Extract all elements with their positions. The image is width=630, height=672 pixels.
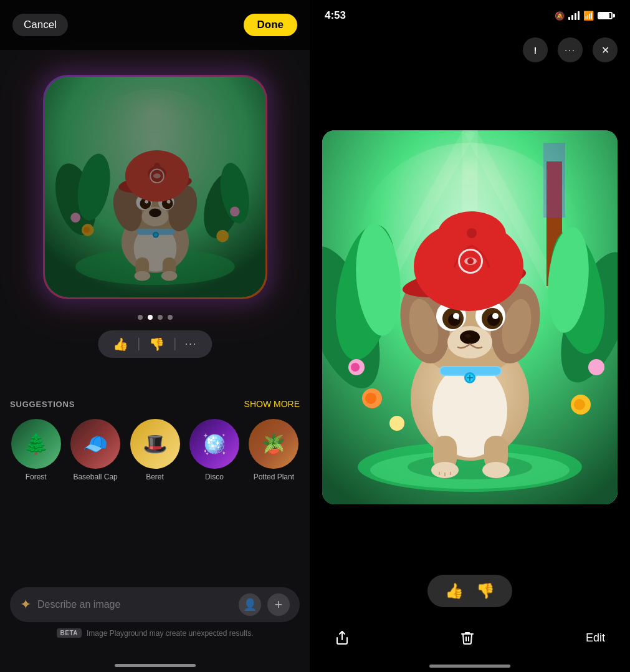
top-action-bar: ! ··· ✕ [310, 31, 630, 69]
svg-point-11 [70, 213, 80, 223]
svg-point-86 [492, 313, 499, 319]
thumbs-down-button-left[interactable]: 👎 [149, 337, 165, 352]
svg-point-87 [457, 317, 459, 320]
battery [598, 12, 615, 19]
edit-button[interactable]: Edit [586, 631, 605, 645]
potted-plant-icon: 🪴 [261, 432, 286, 456]
suggestions-row: 🌲 Forest 🧢 Baseball Cap 🎩 Beret [10, 419, 300, 481]
svg-point-17 [161, 271, 177, 281]
left-image-container [43, 75, 267, 299]
svg-point-59 [389, 416, 404, 431]
svg-point-53 [365, 393, 376, 404]
svg-point-31 [154, 233, 158, 237]
person-button[interactable]: 👤 [239, 593, 261, 616]
svg-rect-45 [543, 143, 565, 218]
battery-body [598, 12, 613, 19]
svg-point-9 [216, 230, 229, 242]
close-icon: ✕ [601, 44, 609, 56]
report-icon: ! [534, 45, 537, 55]
svg-point-55 [351, 363, 360, 372]
home-indicator-left [115, 664, 196, 667]
delete-button[interactable] [460, 630, 475, 645]
suggestion-beret[interactable]: 🎩 Beret [129, 419, 181, 481]
divider-2 [174, 338, 175, 350]
thumbs-up-button-right[interactable]: 👍 [445, 582, 464, 600]
done-button[interactable]: Done [244, 14, 298, 36]
svg-point-26 [166, 200, 170, 204]
pagination-dots [138, 315, 173, 320]
signal-bar-1 [568, 17, 570, 20]
describe-icon: ✦ [20, 597, 31, 613]
plus-icon: + [275, 597, 283, 613]
thumbs-down-button-right[interactable]: 👎 [476, 582, 495, 600]
disco-circle: 🪩 [189, 419, 239, 469]
beret-icon: 🎩 [143, 432, 168, 456]
bottom-toolbar: Edit [310, 616, 630, 660]
right-panel: 4:53 🔕 📶 ! [310, 0, 630, 672]
baseball-cap-circle: 🧢 [70, 419, 120, 469]
beret-label: Beret [146, 473, 164, 481]
dot-1[interactable] [138, 315, 143, 320]
share-icon [335, 630, 350, 645]
svg-point-57 [574, 399, 585, 410]
dot-4[interactable] [168, 315, 173, 320]
more-options-button-right[interactable]: ··· [558, 37, 583, 62]
thumbs-up-icon-right: 👍 [445, 582, 464, 600]
wifi-icon: 📶 [583, 11, 594, 21]
battery-fill [599, 13, 609, 18]
thumbs-up-icon-left: 👍 [113, 337, 128, 352]
baseball-cap-icon: 🧢 [83, 432, 108, 456]
generated-image-left[interactable] [45, 77, 265, 297]
beta-bar: BETA Image Playground may create unexpec… [0, 628, 310, 638]
suggestions-header: SUGGESTIONS SHOW MORE [10, 399, 300, 409]
suggestion-potted-plant[interactable]: 🪴 Potted Plant [248, 419, 300, 481]
reaction-bar-right: 👍 👎 [427, 575, 512, 607]
signal-bar-3 [575, 13, 576, 20]
potted-plant-label: Potted Plant [254, 473, 294, 481]
status-bar: 4:53 🔕 📶 [310, 0, 630, 31]
svg-point-10 [229, 206, 239, 216]
beta-text: Image Playground may create unexpected r… [87, 629, 253, 638]
svg-point-98 [467, 228, 477, 238]
describe-input[interactable] [37, 599, 232, 610]
signal-bar-4 [578, 11, 580, 20]
beta-badge: BETA [57, 628, 82, 638]
dot-3[interactable] [158, 315, 163, 320]
dot-2[interactable] [148, 315, 153, 320]
image-glow [43, 75, 267, 299]
home-indicator-bar [429, 665, 510, 668]
reaction-bar-left: 👍 👎 ··· [98, 330, 212, 358]
svg-point-68 [482, 462, 510, 478]
baseball-cap-label: Baseball Cap [73, 473, 117, 481]
input-row: ✦ 👤 + [10, 587, 300, 622]
left-panel: Cancel Done [0, 0, 310, 672]
svg-point-38 [153, 173, 161, 178]
status-time: 4:53 [325, 9, 346, 22]
close-button[interactable]: ✕ [593, 37, 618, 62]
cancel-button[interactable]: Cancel [12, 14, 68, 36]
svg-point-58 [588, 359, 604, 375]
svg-point-16 [134, 271, 150, 281]
suggestion-disco[interactable]: 🪩 Disco [188, 419, 240, 481]
status-icons: 🔕 📶 [555, 11, 615, 21]
suggestion-baseball-cap[interactable]: 🧢 Baseball Cap [69, 419, 121, 481]
share-button[interactable] [335, 630, 350, 645]
forest-label: Forest [26, 473, 47, 481]
svg-point-35 [154, 163, 160, 169]
show-more-button[interactable]: SHOW MORE [244, 399, 300, 409]
disco-icon: 🪩 [202, 432, 227, 456]
more-options-button-left[interactable]: ··· [185, 338, 197, 350]
disco-label: Disco [205, 473, 224, 481]
left-topbar: Cancel Done [0, 0, 310, 50]
svg-point-28 [149, 208, 161, 217]
generated-image-right[interactable] [322, 130, 618, 504]
report-button[interactable]: ! [523, 37, 548, 62]
ellipsis-icon: ··· [565, 45, 576, 55]
thumbs-up-button-left[interactable]: 👍 [113, 337, 128, 352]
add-button[interactable]: + [267, 593, 290, 616]
suggestion-forest[interactable]: 🌲 Forest [10, 419, 62, 481]
person-icon: 👤 [243, 598, 257, 612]
mute-icon: 🔕 [555, 11, 565, 21]
beret-circle: 🎩 [130, 419, 180, 469]
svg-point-8 [83, 227, 89, 233]
